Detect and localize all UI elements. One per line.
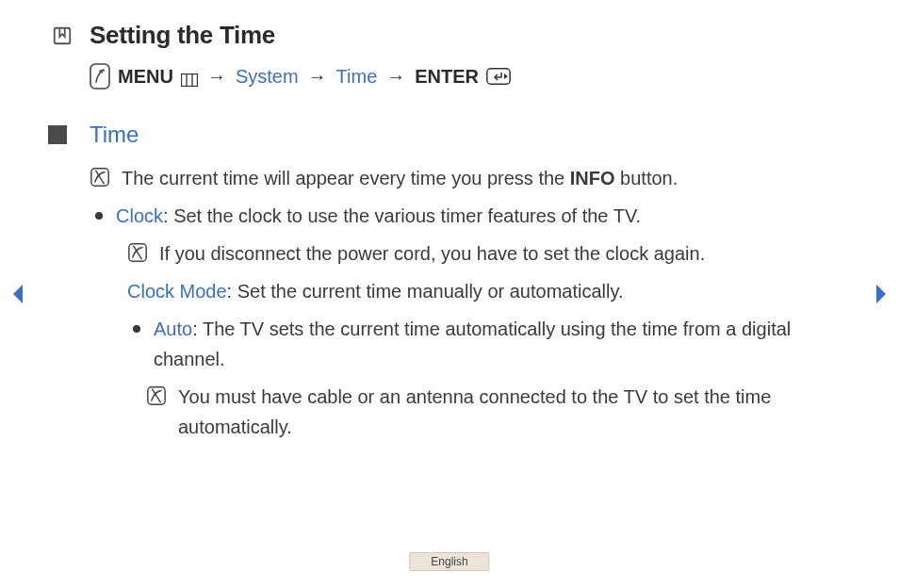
- note-icon: [127, 242, 148, 263]
- note-icon: [90, 167, 110, 188]
- bookmark-icon: [52, 25, 73, 46]
- bullet-icon: [133, 325, 140, 333]
- arrow-separator: →: [384, 66, 407, 88]
- svg-point-2: [102, 69, 105, 72]
- clock-mode-line: Clock Mode: Set the current time manuall…: [127, 276, 847, 306]
- enter-icon: [486, 68, 511, 85]
- info-note-line: The current time will appear every time …: [90, 163, 847, 193]
- clock-mode-desc: : Set the current time manually or autom…: [227, 281, 624, 302]
- remote-icon: [90, 63, 110, 90]
- section-title: Time: [90, 122, 139, 148]
- breadcrumb-time: Time: [336, 66, 378, 88]
- title-row: Setting the Time: [52, 21, 847, 50]
- svg-rect-3: [181, 74, 197, 87]
- page-title: Setting the Time: [90, 21, 275, 50]
- disconnect-note-line: If you disconnect the power cord, you ha…: [127, 238, 847, 269]
- language-badge: English: [409, 552, 489, 571]
- auto-desc: : The TV sets the current time automatic…: [154, 318, 791, 369]
- svg-rect-1: [90, 64, 109, 89]
- clock-label: Clock: [116, 205, 163, 226]
- clock-desc: : Set the clock to use the various timer…: [163, 205, 641, 226]
- bullet-icon: [95, 212, 103, 220]
- info-note-text: The current time will appear every time …: [122, 163, 847, 193]
- info-pre: The current time will appear every time …: [122, 168, 570, 188]
- breadcrumb: MENU → System → Time → ENTER: [90, 63, 847, 90]
- clock-line: Clock: Set the clock to use the various …: [90, 201, 847, 231]
- auto-line: Auto: The TV sets the current time autom…: [127, 314, 847, 374]
- clock-mode-text: Clock Mode: Set the current time manuall…: [127, 276, 847, 306]
- next-page-button[interactable]: [873, 283, 890, 309]
- section-header: Time: [52, 122, 847, 148]
- svg-rect-0: [55, 27, 71, 43]
- clock-mode-label: Clock Mode: [127, 281, 227, 302]
- arrow-separator: →: [306, 66, 329, 88]
- antenna-note-text: You must have cable or an antenna connec…: [178, 382, 847, 442]
- note-icon: [146, 385, 167, 406]
- body-text: The current time will appear every time …: [52, 163, 847, 442]
- chevron-right-icon: [873, 283, 890, 305]
- chevron-left-icon: [9, 283, 26, 305]
- auto-text: Auto: The TV sets the current time autom…: [154, 314, 847, 374]
- menu-grid-icon: [181, 70, 198, 83]
- info-post: button.: [615, 168, 678, 188]
- breadcrumb-system: System: [236, 66, 299, 88]
- prev-page-button[interactable]: [9, 283, 26, 309]
- arrow-separator: →: [205, 66, 228, 88]
- page-content: Setting the Time MENU → System → Time → …: [0, 0, 899, 442]
- enter-label: ENTER: [415, 66, 479, 88]
- clock-text: Clock: Set the clock to use the various …: [116, 201, 847, 231]
- auto-label: Auto: [154, 318, 192, 339]
- antenna-note-line: You must have cable or an antenna connec…: [146, 382, 847, 442]
- menu-label: MENU: [118, 66, 173, 88]
- disconnect-note-text: If you disconnect the power cord, you ha…: [159, 238, 847, 269]
- square-marker-icon: [48, 125, 67, 144]
- info-bold: INFO: [570, 168, 615, 188]
